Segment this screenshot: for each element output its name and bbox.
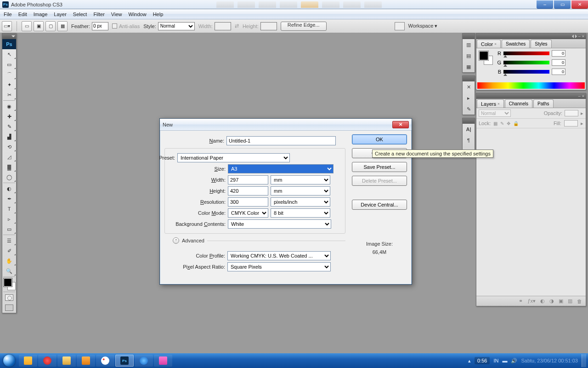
history-brush-tool[interactable]: ⟲ (2, 142, 16, 152)
info-icon[interactable]: ▦ (463, 61, 475, 72)
menu-edit[interactable]: Edit (18, 12, 27, 17)
actions-icon[interactable]: ▸ (463, 92, 475, 104)
color-swatches[interactable] (2, 277, 16, 291)
name-input[interactable] (226, 136, 336, 145)
browser-tab[interactable] (237, 1, 255, 8)
tray-arrow-icon[interactable]: ▴ (468, 358, 471, 364)
blur-tool[interactable]: ◯ (2, 172, 16, 182)
show-desktop-button[interactable] (582, 354, 586, 367)
workspace-dropdown[interactable]: Workspace ▾ (408, 23, 438, 29)
advanced-toggle-icon[interactable]: ⌃ (173, 237, 179, 244)
toolpresets-icon[interactable]: ✎ (463, 104, 475, 115)
tab-channels[interactable]: Channels (505, 99, 532, 108)
taskbar-app[interactable] (77, 355, 95, 367)
colorprofile-select[interactable]: Working CMYK: U.S. Web Coated ... (227, 251, 331, 260)
fg-bg-swatch[interactable] (479, 51, 493, 65)
wand-tool[interactable]: ✦ (2, 80, 16, 90)
taskbar-app-photoshop[interactable]: Ps (115, 355, 134, 367)
subtract-selection-icon[interactable]: ▢ (45, 21, 56, 31)
brush-tool[interactable]: ✎ (2, 121, 16, 132)
style-select[interactable]: Normal (158, 22, 195, 30)
tab-color[interactable]: Color× (477, 40, 501, 48)
move-tool[interactable]: ↖ (2, 49, 16, 59)
paragraph-icon[interactable]: ¶ (463, 135, 475, 146)
r-slider[interactable] (503, 52, 549, 55)
window-minimize-button[interactable]: – (537, 0, 553, 9)
intersect-selection-icon[interactable]: ▦ (57, 21, 68, 31)
quickmask-icon[interactable] (395, 22, 405, 30)
add-selection-icon[interactable]: ▣ (34, 21, 44, 31)
size-select[interactable]: A3 (228, 164, 334, 173)
tab-layers[interactable]: Layers× (477, 99, 504, 108)
start-button[interactable] (0, 353, 18, 368)
menu-image[interactable]: Image (34, 12, 48, 17)
bgcontents-select[interactable]: White (228, 219, 331, 229)
height-unit-select[interactable]: mm (271, 186, 330, 196)
tray-flag-icon[interactable]: ▬ (502, 358, 507, 363)
healing-tool[interactable]: ✚ (2, 111, 16, 121)
tab-styles[interactable]: Styles (531, 40, 551, 48)
history-icon[interactable]: ✕ (463, 81, 475, 92)
dialog-close-button[interactable]: ✕ (392, 121, 409, 128)
device-central-button[interactable]: Device Central... (352, 200, 407, 210)
feather-input[interactable] (92, 22, 108, 30)
taskbar-app[interactable]: ● (96, 355, 114, 367)
current-tool-icon[interactable]: ▭▾ (2, 21, 12, 31)
quickmask-toggle[interactable] (2, 293, 16, 303)
r-value[interactable] (552, 50, 565, 57)
height-input[interactable] (228, 186, 268, 196)
eyedropper-tool[interactable]: ✐ (2, 246, 16, 256)
gradient-tool[interactable]: ▓ (2, 162, 16, 172)
browser-tab[interactable] (280, 1, 297, 8)
histogram-icon[interactable]: ▤ (463, 50, 475, 61)
slice-tool[interactable]: ◉ (2, 101, 16, 111)
taskbar-app[interactable] (57, 355, 76, 367)
notes-tool[interactable]: ☰ (2, 236, 16, 246)
tab-swatches[interactable]: Swatches (502, 40, 530, 48)
type-tool[interactable]: T (2, 204, 16, 214)
ok-button[interactable]: OK (352, 134, 407, 144)
path-select-tool[interactable]: ▹ (2, 214, 16, 224)
refine-edge-button[interactable]: Refine Edge... (281, 22, 327, 31)
colordepth-select[interactable]: 8 bit (271, 208, 330, 218)
dodge-tool[interactable]: ◐ (2, 184, 16, 194)
resolution-unit-select[interactable]: pixels/inch (271, 197, 330, 207)
b-value[interactable] (552, 69, 565, 75)
taskbar-app[interactable] (154, 355, 172, 367)
color-spectrum[interactable] (477, 82, 585, 89)
menu-filter[interactable]: Filter (93, 12, 104, 17)
resolution-input[interactable] (228, 197, 268, 207)
browser-tab[interactable] (301, 1, 318, 8)
menu-layer[interactable]: Layer (54, 12, 67, 17)
g-value[interactable] (552, 59, 565, 66)
screenmode-toggle[interactable] (2, 303, 16, 313)
marquee-tool[interactable]: ▭ (2, 59, 16, 69)
hand-tool[interactable]: ✋ (2, 256, 16, 266)
ps-logo[interactable]: Ps (2, 39, 16, 49)
menu-select[interactable]: Select (73, 12, 87, 17)
browser-tab[interactable] (364, 1, 382, 8)
window-close-button[interactable]: ✕ (571, 0, 588, 9)
colormode-select[interactable]: CMYK Color (228, 208, 268, 218)
save-preset-button[interactable]: Save Preset... (352, 162, 407, 172)
zoom-tool[interactable]: 🔍 (2, 266, 16, 276)
shape-tool[interactable]: ▭ (2, 224, 16, 234)
width-input[interactable] (228, 175, 268, 184)
width-unit-select[interactable]: mm (271, 175, 330, 184)
taskbar-app[interactable] (135, 355, 153, 367)
navigator-icon[interactable]: ▥ (463, 39, 475, 50)
character-icon[interactable]: A| (463, 124, 475, 135)
eraser-tool[interactable]: ◿ (2, 152, 16, 162)
menu-view[interactable]: View (111, 12, 122, 17)
preset-select[interactable]: International Paper (177, 153, 290, 162)
par-select[interactable]: Square Pixels (227, 262, 331, 271)
menu-help[interactable]: Help (153, 12, 164, 17)
lasso-tool[interactable]: ⌒ (2, 69, 16, 80)
taskbar-app[interactable] (19, 355, 37, 367)
browser-tab[interactable] (343, 1, 361, 8)
browser-tab[interactable] (322, 1, 339, 8)
b-slider[interactable] (503, 70, 549, 74)
pen-tool[interactable]: ✒ (2, 194, 16, 204)
stamp-tool[interactable]: ▟ (2, 132, 16, 142)
new-selection-icon[interactable]: ▭ (22, 21, 32, 31)
